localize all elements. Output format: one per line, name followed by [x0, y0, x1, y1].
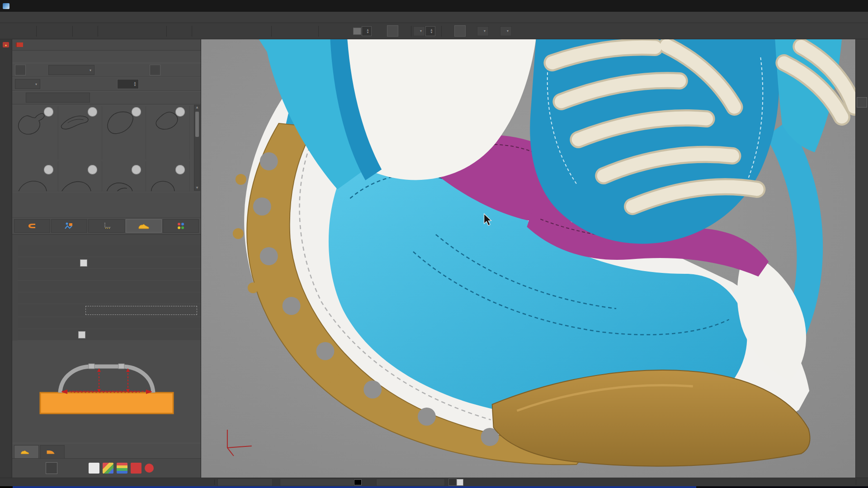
cursor-icon[interactable] — [274, 26, 284, 36]
tab-piece-colors[interactable] — [163, 219, 199, 233]
arch-icon[interactable] — [857, 120, 867, 129]
rainbow-shoe-icon[interactable] — [117, 463, 127, 474]
heel-icon[interactable] — [75, 463, 85, 474]
bulb-icon[interactable] — [857, 261, 867, 270]
piece-thumb-3[interactable] — [102, 106, 146, 160]
copy-pieces-icon[interactable] — [857, 43, 867, 52]
lasso-icon[interactable] — [49, 26, 60, 36]
sole-top-icon[interactable] — [857, 75, 867, 85]
setsquare-icon[interactable] — [321, 26, 331, 36]
pin-icon[interactable] — [179, 41, 187, 48]
pick-piece-icon[interactable] — [113, 93, 123, 103]
piece-thumb-8[interactable] — [146, 161, 190, 192]
expand-b-icon[interactable] — [102, 93, 112, 103]
shoe-photo-icon[interactable] — [103, 463, 113, 474]
bold-icon[interactable] — [140, 79, 150, 89]
views-dropdown[interactable]: ▾ — [477, 26, 489, 36]
rotate-circle-rail-icon[interactable] — [857, 217, 867, 227]
sole-a-icon[interactable] — [857, 239, 867, 249]
s-badge-icon[interactable] — [145, 464, 154, 473]
flip-v-icon[interactable] — [74, 79, 84, 89]
body-dropdown[interactable]: ▾ — [413, 26, 425, 36]
undo-icon[interactable] — [75, 26, 85, 36]
tab-variable-offset[interactable] — [126, 219, 162, 233]
figures-icon[interactable] — [399, 26, 409, 36]
coordinate-field[interactable] — [448, 479, 457, 486]
sole-mid-icon[interactable] — [857, 86, 867, 96]
first-piece-icon[interactable] — [95, 65, 105, 75]
piece-outline-rail-icon[interactable] — [857, 109, 867, 118]
sole-b-icon[interactable] — [857, 250, 867, 259]
rotate-cw-icon[interactable] — [41, 79, 51, 89]
stitch-icon[interactable] — [154, 26, 165, 36]
wave-caret-icon[interactable] — [216, 26, 226, 36]
menu-file[interactable] — [3, 16, 11, 18]
near-dropdown[interactable] — [217, 479, 273, 486]
pattern-grid-icon[interactable] — [857, 54, 867, 63]
pan-icon[interactable] — [38, 26, 49, 36]
navigator-icon[interactable]: ▴ — [3, 42, 9, 47]
piece-marks-icon[interactable] — [157, 463, 168, 474]
grid-list-icon[interactable] — [15, 65, 26, 75]
more-tools-caret-icon[interactable] — [171, 463, 182, 474]
piece-thumb-1[interactable] — [14, 106, 58, 160]
pink-shoe-icon[interactable] — [857, 163, 867, 173]
next-piece-icon[interactable] — [117, 65, 127, 75]
lock-icon[interactable] — [306, 26, 316, 36]
piece-thumb-5[interactable] — [14, 161, 58, 192]
tab-variable-offset-bottom[interactable] — [14, 445, 39, 458]
table-view-icon[interactable] — [38, 65, 47, 75]
combination-dropdown[interactable]: ▾ — [500, 26, 512, 36]
report-icon[interactable] — [161, 65, 171, 75]
ghost-view-icon[interactable] — [150, 65, 160, 75]
heel-rail-icon[interactable] — [857, 228, 867, 238]
offset-spinner[interactable]: ▲▼ — [362, 26, 372, 36]
last-piece-icon[interactable] — [128, 65, 138, 75]
cardboard-dropdown[interactable] — [376, 479, 445, 486]
open-file-icon[interactable] — [2, 26, 13, 36]
piece-thumb-4[interactable] — [146, 106, 190, 160]
lamp-caret-icon[interactable] — [179, 26, 190, 36]
menu-edit[interactable] — [11, 16, 19, 18]
redo-icon[interactable] — [85, 26, 96, 36]
remove-pick-icon[interactable] — [123, 93, 133, 103]
scrollbar-thumb[interactable] — [195, 112, 199, 137]
wedge-icon[interactable] — [131, 463, 142, 474]
cut-region-icon[interactable] — [60, 26, 71, 36]
thumbnails-scrollbar[interactable]: ▲▼ — [194, 105, 200, 191]
rotate-circle-icon[interactable] — [61, 463, 71, 474]
panel-add-icon[interactable] — [538, 26, 548, 36]
tab-piece-offset[interactable] — [14, 219, 50, 233]
exit-icon[interactable] — [855, 26, 866, 36]
dome-handle-left[interactable] — [89, 364, 94, 369]
paste-icon[interactable] — [143, 26, 154, 36]
measure-icon[interactable] — [857, 272, 867, 281]
lock-normals-checkbox[interactable]: . — [78, 331, 85, 338]
menu-style[interactable] — [43, 16, 52, 18]
shoe-stack-icon[interactable] — [18, 463, 28, 474]
spin-right-icon[interactable] — [95, 79, 105, 89]
piece-blue-rail-icon[interactable] — [857, 185, 867, 194]
panel-close-icon[interactable] — [190, 41, 197, 48]
combo-swatch-icon[interactable] — [489, 26, 500, 36]
piece-orange-rail-icon[interactable] — [857, 196, 867, 205]
minimize-button[interactable] — [813, 1, 828, 10]
knife-alt-icon[interactable] — [111, 26, 121, 36]
menu-view[interactable] — [19, 16, 27, 18]
wedge-rail-icon[interactable] — [857, 206, 867, 216]
corner-icon[interactable] — [194, 26, 204, 36]
knife-icon[interactable] — [100, 26, 110, 36]
lock-rail-icon[interactable] — [857, 282, 867, 292]
slope-icon[interactable] — [376, 26, 387, 36]
curve-b-icon[interactable] — [295, 26, 306, 36]
export-arrow-icon[interactable] — [857, 174, 867, 183]
folder-icon[interactable] — [857, 141, 867, 151]
tab-piece-margin[interactable] — [88, 219, 124, 233]
save-icon[interactable] — [13, 26, 24, 36]
foreground-color-swatch[interactable] — [457, 479, 463, 486]
filter-none-dropdown[interactable] — [26, 93, 90, 103]
menu-help[interactable] — [60, 16, 68, 18]
angle-spinner[interactable]: ▲▼ — [117, 79, 139, 89]
expand-a-icon[interactable] — [91, 93, 101, 103]
corte-dropdown[interactable] — [280, 479, 354, 486]
